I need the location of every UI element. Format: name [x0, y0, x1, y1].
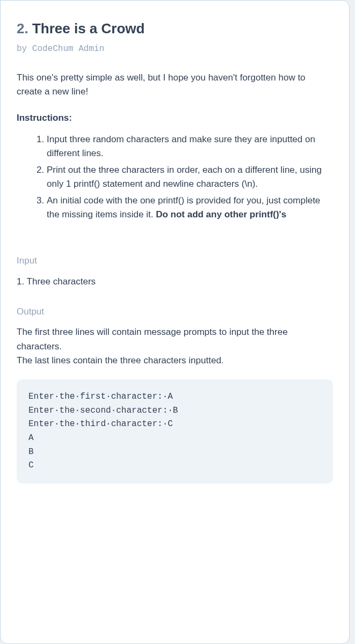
page-wrap: 2. Three is a Crowd by CodeChum Admin Th… [0, 0, 355, 644]
instructions-list: Input three random characters and make s… [17, 133, 333, 222]
input-desc: 1. Three characters [17, 275, 333, 289]
input-label: Input [17, 254, 333, 268]
output-desc: The first three lines will contain messa… [17, 325, 333, 368]
output-desc-line2: The last lines contain the three charact… [17, 355, 224, 365]
output-desc-line1: The first three lines will contain messa… [17, 327, 288, 351]
problem-title: 2. Three is a Crowd [17, 18, 333, 39]
output-label: Output [17, 305, 333, 319]
instruction-emphasis: Do not add any other printf()'s [156, 209, 286, 219]
title-number: 2. [17, 20, 28, 36]
byline: by CodeChum Admin [17, 42, 333, 56]
instructions-label: Instructions: [17, 111, 333, 125]
instruction-item: Input three random characters and make s… [47, 133, 333, 161]
sample-output-block: Enter·the·first·character:·A Enter·the·s… [17, 379, 333, 484]
intro-text: This one's pretty simple as well, but I … [17, 71, 333, 99]
problem-card: 2. Three is a Crowd by CodeChum Admin Th… [0, 0, 350, 644]
instruction-item: Print out the three characters in order,… [47, 163, 333, 192]
title-text: Three is a Crowd [32, 20, 145, 36]
sample-output-text: Enter·the·first·character:·A Enter·the·s… [28, 392, 178, 470]
instruction-item: An initial code with the one printf() is… [47, 194, 333, 222]
